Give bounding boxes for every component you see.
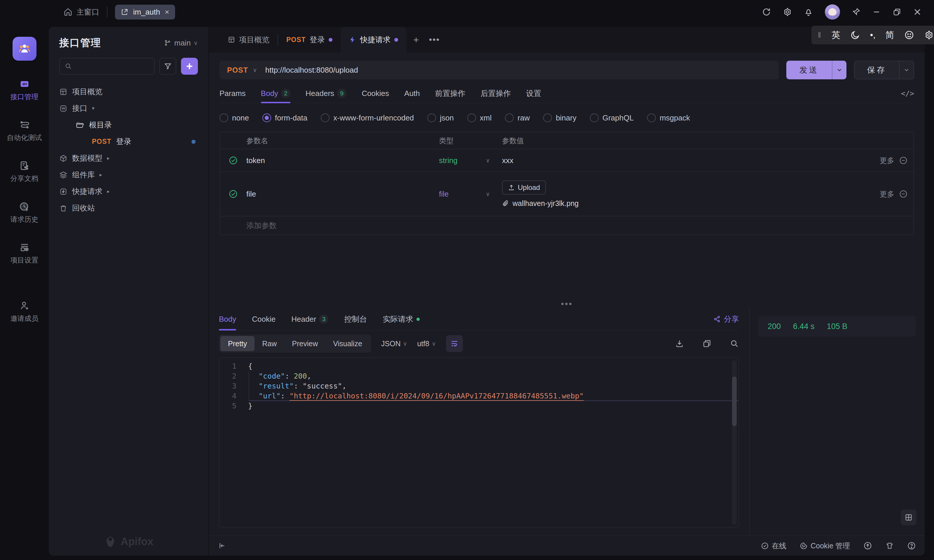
- response-body-editor[interactable]: 1 2 3 4 5 { "code": 200, "result": "succ…: [219, 357, 739, 528]
- resp-tab-console[interactable]: 控制台: [344, 308, 367, 330]
- upload-button[interactable]: Upload: [502, 180, 546, 195]
- ime-moon-icon[interactable]: [850, 30, 860, 40]
- tab-headers[interactable]: Headers9: [305, 84, 347, 103]
- tree-item-root-folder[interactable]: 根目录: [59, 117, 198, 133]
- body-type-msgpack[interactable]: msgpack: [647, 114, 690, 123]
- ime-settings-gear-icon[interactable]: [924, 30, 934, 40]
- user-avatar[interactable]: [825, 5, 840, 20]
- tree-item-recycle-bin[interactable]: 回收站: [59, 200, 198, 217]
- resp-tab-body[interactable]: Body: [219, 308, 236, 330]
- param-enabled-check-icon[interactable]: [220, 189, 247, 198]
- more-link[interactable]: 更多: [880, 189, 894, 199]
- tree-item-login-endpoint[interactable]: POST 登录: [59, 133, 198, 150]
- tab-pre-processors[interactable]: 前置操作: [435, 84, 465, 103]
- rail-item-invite-members[interactable]: 邀请成员: [11, 300, 39, 323]
- tree-item-project-overview[interactable]: 项目概览: [59, 83, 198, 100]
- upgrade-arrow-icon[interactable]: [863, 542, 872, 550]
- project-logo[interactable]: [12, 37, 37, 61]
- rail-item-share-docs[interactable]: 分享文档: [11, 160, 39, 183]
- more-link[interactable]: 更多: [880, 156, 894, 165]
- body-type-none[interactable]: none: [219, 114, 249, 123]
- param-name[interactable]: token: [247, 156, 439, 165]
- tab-cookies[interactable]: Cookies: [362, 84, 389, 103]
- body-type-graphql[interactable]: GraphQL: [590, 114, 633, 123]
- tree-item-components[interactable]: 组件库 ▸: [59, 166, 198, 183]
- refresh-icon[interactable]: [762, 7, 771, 17]
- ime-drag-handle[interactable]: ‖: [818, 31, 821, 40]
- save-options-chevron-icon[interactable]: [899, 61, 914, 79]
- project-tab-close-icon[interactable]: ×: [165, 8, 169, 16]
- help-icon[interactable]: [907, 542, 916, 550]
- param-enabled-check-icon[interactable]: [220, 156, 247, 165]
- format-select[interactable]: JSON∨: [381, 340, 407, 348]
- response-url-link[interactable]: "http://localhost:8080/i/2024/09/16/hpAA…: [289, 392, 583, 400]
- tab-auth[interactable]: Auth: [404, 84, 420, 103]
- resp-tab-actual-request[interactable]: 实际请求: [383, 308, 420, 330]
- param-type-select[interactable]: file: [439, 189, 485, 198]
- tree-item-data-models[interactable]: 数据模型 ▸: [59, 150, 198, 166]
- scrollbar-thumb[interactable]: [732, 377, 737, 426]
- remove-row-icon[interactable]: [899, 156, 908, 165]
- ime-simplified-toggle[interactable]: 简: [886, 29, 894, 41]
- panel-splitter-handle[interactable]: •••: [209, 300, 925, 308]
- body-type-raw[interactable]: raw: [505, 114, 530, 123]
- restore-window-icon[interactable]: [892, 8, 901, 16]
- tree-item-quick-request[interactable]: 快捷请求 ▸: [59, 183, 198, 200]
- notifications-bell-icon[interactable]: [804, 7, 813, 17]
- tab-post-processors[interactable]: 后置操作: [481, 84, 511, 103]
- cookie-manager[interactable]: Cookie 管理: [800, 541, 850, 551]
- editor-scrollbar[interactable]: [732, 360, 737, 525]
- tab-body[interactable]: Body2: [261, 84, 290, 103]
- rail-item-api-management[interactable]: 接口管理: [11, 78, 39, 102]
- tree-item-interfaces[interactable]: 接口 ▾: [59, 100, 198, 117]
- copy-response-icon[interactable]: [702, 339, 712, 348]
- body-type-x-www-form-urlencoded[interactable]: x-www-form-urlencoded: [321, 114, 414, 123]
- rail-item-request-history[interactable]: 请求历史: [11, 201, 39, 224]
- ime-language-toggle[interactable]: 英: [832, 29, 840, 41]
- doc-tab-quick-request[interactable]: 快捷请求: [341, 27, 406, 52]
- view-mode-pretty[interactable]: Pretty: [220, 336, 254, 351]
- settings-gear-icon[interactable]: [783, 7, 792, 17]
- param-type-select[interactable]: string: [439, 156, 485, 165]
- doc-tab-project-overview[interactable]: 项目概览: [219, 27, 277, 52]
- view-mode-raw[interactable]: Raw: [254, 336, 284, 351]
- send-button[interactable]: 发送: [786, 61, 846, 79]
- rail-item-automated-testing[interactable]: 自动化测试: [7, 119, 42, 142]
- body-type-binary[interactable]: binary: [543, 114, 576, 123]
- word-wrap-toggle[interactable]: [446, 335, 463, 352]
- ime-emoji-icon[interactable]: [904, 30, 914, 40]
- close-window-icon[interactable]: [913, 8, 922, 16]
- download-response-icon[interactable]: [675, 339, 684, 348]
- theme-shirt-icon[interactable]: [886, 542, 894, 550]
- url-bar[interactable]: POST ∨ http://localhost:8080/upload: [219, 61, 779, 79]
- search-in-response-icon[interactable]: [730, 339, 739, 348]
- doc-tab-login[interactable]: POST 登录: [278, 27, 341, 52]
- ime-punctuation-toggle[interactable]: •,: [870, 30, 875, 40]
- param-name[interactable]: file: [247, 189, 439, 198]
- tab-settings[interactable]: 设置: [526, 84, 541, 103]
- new-tab-plus-icon[interactable]: +: [406, 27, 426, 52]
- rail-item-project-settings[interactable]: 项目设置: [11, 242, 39, 265]
- resp-tab-header[interactable]: Header3: [291, 308, 328, 330]
- view-mode-visualize[interactable]: Visualize: [325, 336, 370, 351]
- remove-row-icon[interactable]: [899, 189, 908, 198]
- generate-code-icon[interactable]: </>: [901, 89, 914, 98]
- pin-window-icon[interactable]: [852, 8, 860, 16]
- online-status[interactable]: 在线: [761, 541, 786, 551]
- share-button[interactable]: 分享: [714, 314, 739, 324]
- branch-selector[interactable]: main ∨: [164, 38, 198, 48]
- body-type-form-data[interactable]: form-data: [262, 114, 307, 123]
- encoding-select[interactable]: utf8∨: [417, 340, 436, 348]
- home-window-tab[interactable]: 主窗口: [64, 7, 99, 17]
- sidebar-search-input[interactable]: [76, 62, 150, 71]
- sidebar-search[interactable]: [59, 58, 155, 75]
- param-value[interactable]: xxx: [502, 156, 867, 165]
- view-mode-preview[interactable]: Preview: [284, 336, 325, 351]
- method-select[interactable]: POST: [227, 66, 248, 74]
- body-type-xml[interactable]: xml: [467, 114, 492, 123]
- project-window-tab[interactable]: im_auth ×: [115, 5, 175, 20]
- minimize-icon[interactable]: [872, 8, 881, 16]
- attached-file[interactable]: wallhaven-yjr3lk.png: [502, 199, 579, 208]
- save-button[interactable]: 保存: [854, 61, 914, 79]
- resp-tab-cookie[interactable]: Cookie: [252, 308, 276, 330]
